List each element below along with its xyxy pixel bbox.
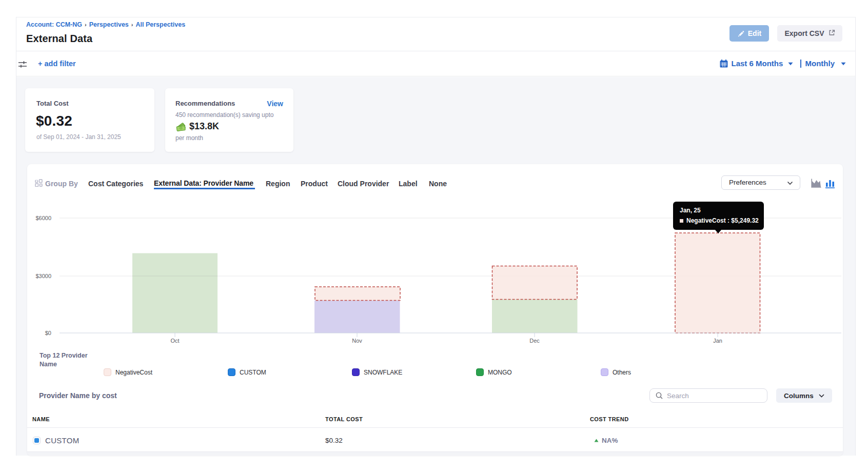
svg-text:Jan: Jan bbox=[713, 338, 722, 344]
svg-text:$3000: $3000 bbox=[35, 273, 51, 279]
svg-text:Dec: Dec bbox=[529, 338, 540, 344]
svg-text:Oct: Oct bbox=[170, 338, 179, 344]
svg-text:$0: $0 bbox=[45, 330, 51, 336]
svg-text:$6000: $6000 bbox=[35, 215, 51, 221]
svg-text:Nov: Nov bbox=[352, 338, 362, 344]
